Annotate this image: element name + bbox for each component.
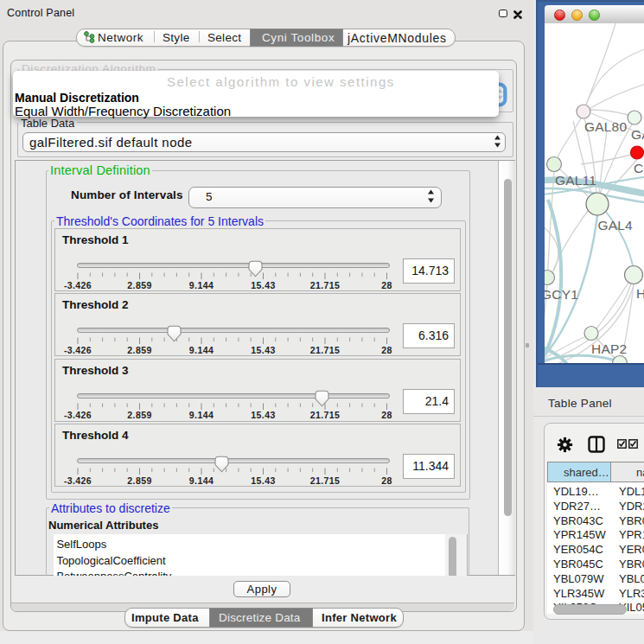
svg-text:HAP2: HAP2: [591, 341, 627, 356]
svg-text:GAL11: GAL11: [555, 173, 596, 188]
svg-text:GAL80: GAL80: [584, 119, 627, 134]
svg-text:H: H: [636, 286, 644, 301]
svg-text:C: C: [634, 161, 643, 175]
svg-text:GCY1: GCY1: [545, 287, 578, 302]
svg-text:GAL4: GAL4: [598, 218, 634, 233]
svg-text:GA: GA: [631, 127, 644, 142]
